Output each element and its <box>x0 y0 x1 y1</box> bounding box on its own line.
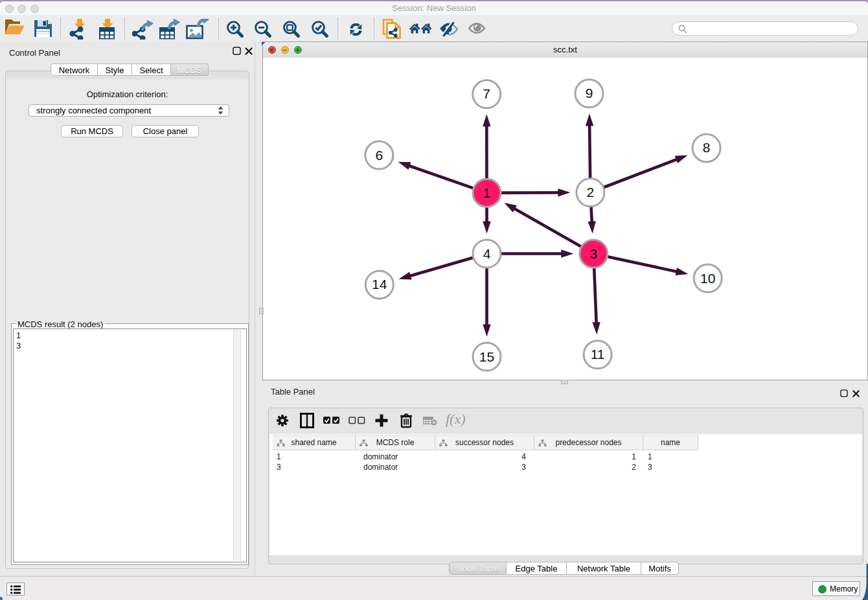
svg-text:7: 7 <box>483 86 490 101</box>
svg-text:14: 14 <box>372 277 387 292</box>
svg-text:1: 1 <box>483 185 491 200</box>
svg-text:11: 11 <box>591 347 605 362</box>
svg-text:6: 6 <box>375 148 383 163</box>
svg-text:10: 10 <box>700 271 715 286</box>
svg-text:9: 9 <box>586 86 593 100</box>
svg-text:3: 3 <box>589 246 597 261</box>
svg-text:15: 15 <box>479 349 494 364</box>
svg-text:2: 2 <box>587 185 595 200</box>
svg-text:8: 8 <box>703 140 711 155</box>
svg-text:4: 4 <box>483 246 491 261</box>
